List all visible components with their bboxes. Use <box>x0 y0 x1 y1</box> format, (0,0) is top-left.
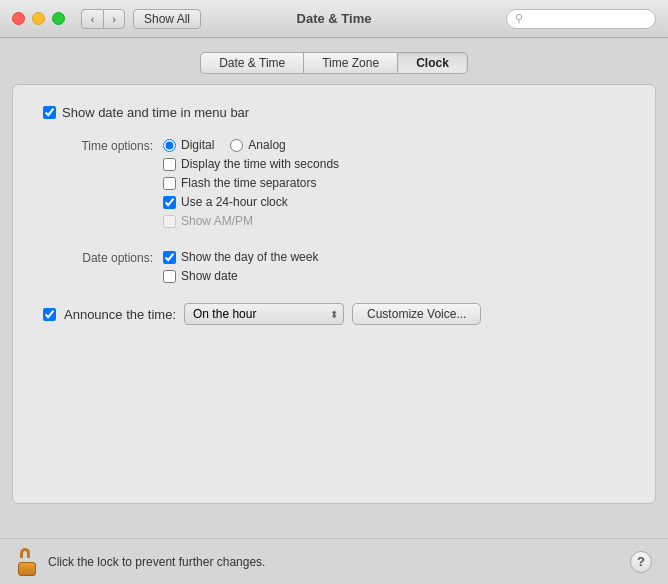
time-options-content: Digital Analog Display the time with sec… <box>163 138 339 228</box>
show-menu-bar-checkbox[interactable] <box>43 106 56 119</box>
announce-row: Announce the time: On the hour On the ha… <box>43 303 625 325</box>
show-day-of-week-row: Show the day of the week <box>163 250 318 264</box>
tab-clock[interactable]: Clock <box>397 52 468 74</box>
display-seconds-label: Display the time with seconds <box>181 157 339 171</box>
analog-option: Analog <box>230 138 285 152</box>
show-date-label: Show date <box>181 269 238 283</box>
window-title: Date & Time <box>297 11 372 26</box>
search-input[interactable] <box>527 12 647 26</box>
tab-datetime[interactable]: Date & Time <box>200 52 303 74</box>
show-day-of-week-label: Show the day of the week <box>181 250 318 264</box>
show-day-of-week-checkbox[interactable] <box>163 251 176 264</box>
window-controls <box>12 12 65 25</box>
show-ampm-row: Show AM/PM <box>163 214 339 228</box>
titlebar: ‹ › Show All Date & Time ⚲ <box>0 0 668 38</box>
show-date-row: Show date <box>163 269 318 283</box>
announce-time-checkbox[interactable] <box>43 308 56 321</box>
announce-time-label: Announce the time: <box>64 307 176 322</box>
nav-arrows: ‹ › <box>81 9 125 29</box>
clock-panel: Show date and time in menu bar Time opti… <box>12 84 656 504</box>
analog-label: Analog <box>248 138 285 152</box>
display-seconds-row: Display the time with seconds <box>163 157 339 171</box>
time-options-label: Time options: <box>43 138 163 153</box>
announce-time-select[interactable]: On the hour On the half hour On the quar… <box>184 303 344 325</box>
date-options-label: Date options: <box>43 250 163 265</box>
minimize-button[interactable] <box>32 12 45 25</box>
search-box: ⚲ <box>506 9 656 29</box>
analog-radio[interactable] <box>230 139 243 152</box>
search-icon: ⚲ <box>515 12 523 25</box>
back-button[interactable]: ‹ <box>81 9 103 29</box>
show-ampm-checkbox[interactable] <box>163 215 176 228</box>
date-options-content: Show the day of the week Show date <box>163 250 318 283</box>
show-all-button[interactable]: Show All <box>133 9 201 29</box>
show-menu-bar-label: Show date and time in menu bar <box>62 105 249 120</box>
bottom-bar: Click the lock to prevent further change… <box>0 538 668 584</box>
close-button[interactable] <box>12 12 25 25</box>
flash-separators-label: Flash the time separators <box>181 176 316 190</box>
use-24hour-label: Use a 24-hour clock <box>181 195 288 209</box>
digital-label: Digital <box>181 138 214 152</box>
flash-separators-row: Flash the time separators <box>163 176 339 190</box>
use-24hour-row: Use a 24-hour clock <box>163 195 339 209</box>
show-menu-bar-row: Show date and time in menu bar <box>43 105 625 120</box>
maximize-button[interactable] <box>52 12 65 25</box>
tabs-bar: Date & Time Time Zone Clock <box>0 38 668 84</box>
display-seconds-checkbox[interactable] <box>163 158 176 171</box>
show-date-checkbox[interactable] <box>163 270 176 283</box>
announce-select-wrapper: On the hour On the half hour On the quar… <box>184 303 344 325</box>
customize-voice-button[interactable]: Customize Voice... <box>352 303 481 325</box>
time-options-row: Time options: Digital Analog Display the… <box>43 138 625 228</box>
date-options-row: Date options: Show the day of the week S… <box>43 250 625 283</box>
use-24hour-checkbox[interactable] <box>163 196 176 209</box>
lock-text: Click the lock to prevent further change… <box>48 555 265 569</box>
flash-separators-checkbox[interactable] <box>163 177 176 190</box>
help-button[interactable]: ? <box>630 551 652 573</box>
digital-option: Digital <box>163 138 214 152</box>
show-ampm-label: Show AM/PM <box>181 214 253 228</box>
lock-icon[interactable] <box>16 548 38 576</box>
digital-radio[interactable] <box>163 139 176 152</box>
digital-analog-row: Digital Analog <box>163 138 339 152</box>
tab-timezone[interactable]: Time Zone <box>303 52 397 74</box>
forward-button[interactable]: › <box>103 9 125 29</box>
